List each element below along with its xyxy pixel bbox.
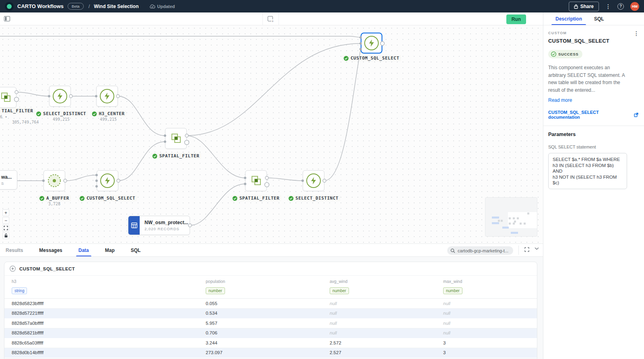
data-panel: CUSTOM_SQL_SELECT h3stringpopulationnumb…	[0, 257, 543, 359]
tab-messages[interactable]: Messages	[39, 244, 62, 256]
table-cell: 3	[436, 340, 537, 345]
tab-sql[interactable]: SQL	[131, 244, 141, 256]
node-h3-center[interactable]	[96, 86, 118, 107]
success-check-icon	[80, 196, 85, 201]
fit-view-button[interactable]	[2, 225, 9, 231]
table-node-records: 2,020 RECORDS	[144, 227, 188, 231]
table-cell: 2.572	[322, 340, 436, 345]
table-cell: null	[322, 330, 436, 335]
tab-description[interactable]: Description	[555, 12, 582, 25]
minimap-viewport[interactable]	[508, 212, 537, 228]
help-icon[interactable]: ?	[617, 3, 624, 10]
more-menu-icon[interactable]: ⋮	[605, 4, 611, 9]
table-row[interactable]: 8828d57221fffff0.534nullnull	[4, 309, 537, 319]
node-spatial-filter-2[interactable]	[245, 170, 267, 191]
node-label: SPATIAL_FILTER	[231, 195, 281, 201]
read-more-link[interactable]: Read more	[548, 97, 572, 103]
table-cell: null	[322, 321, 436, 326]
spatial-filter-icon	[170, 132, 182, 144]
node-count: 305,749,764	[12, 120, 39, 124]
workflow-canvas[interactable]: TIAL_FILTER 6 • 305,749,764 SELECT_DISTI…	[0, 25, 543, 243]
table-row[interactable]: 8828c65a03fffff3.2442.5723	[4, 338, 537, 348]
column-header: avg_windnumber	[322, 279, 436, 294]
node-custom-sql-select-selected[interactable]	[361, 33, 382, 54]
column-header: max_windnumber	[436, 279, 537, 294]
sql-statement-input[interactable]: SELECT $a.* FROM $a WHERE h3 IN (SELECT …	[548, 153, 627, 189]
component-menu-icon[interactable]: ⋮	[634, 30, 639, 37]
details-sidebar: Description SQL CUSTOM ⋮ CUSTOM_SQL_SELE…	[543, 12, 644, 359]
parameters-title: Parameters	[548, 132, 638, 137]
table-cell: 0.706	[198, 330, 322, 335]
table-cell: null	[436, 311, 537, 316]
tab-map[interactable]: Map	[105, 244, 115, 256]
table-cell: 8828d5823bfffff	[4, 301, 198, 306]
toggle-components-panel-icon[interactable]	[4, 16, 10, 21]
data-card: CUSTOM_SQL_SELECT h3stringpopulationnumb…	[4, 262, 537, 359]
node-select-distinct[interactable]	[49, 86, 71, 107]
success-check-icon	[39, 196, 44, 201]
sql-statement-label: SQL SELECT statement	[548, 144, 638, 149]
node-label: SELECT_DISTINCT	[287, 195, 340, 201]
documentation-link[interactable]: CUSTOM_SQL_SELECT documentation	[548, 110, 638, 120]
zoom-out-button[interactable]: −	[2, 217, 9, 224]
expand-section-icon[interactable]	[10, 266, 16, 272]
table-row[interactable]: 8828d5821bfffff0.706nullnull	[4, 328, 537, 338]
lightning-icon	[53, 89, 67, 103]
success-check-icon	[36, 111, 41, 116]
zoom-in-button[interactable]: +	[2, 209, 9, 216]
spatial-filter-icon	[0, 91, 12, 103]
lock-interactivity-button[interactable]	[2, 232, 9, 239]
node-custom-sql-select[interactable]	[97, 170, 118, 191]
node-spatial-filter-cut[interactable]	[0, 87, 17, 108]
buffer-icon	[47, 173, 62, 188]
collapse-panel-chevron-icon[interactable]	[535, 247, 539, 250]
avatar[interactable]: HM	[630, 2, 639, 11]
add-note-icon[interactable]	[268, 16, 273, 21]
table-cell: 273.097	[198, 350, 322, 355]
success-check-icon	[233, 196, 237, 201]
column-type-badge: number	[443, 287, 462, 294]
table-row[interactable]: 8828d0b14bfffff273.0972.5273	[4, 348, 537, 358]
cloud-check-icon	[149, 4, 155, 8]
top-bar: CARTO Workflows Beta / Wind Site Selecti…	[0, 0, 644, 12]
tab-sidebar-sql[interactable]: SQL	[594, 12, 604, 25]
component-category: CUSTOM	[548, 31, 638, 35]
table-node-records: S	[1, 181, 12, 186]
beta-badge: Beta	[68, 3, 84, 10]
tab-data[interactable]: Data	[78, 244, 89, 256]
column-type-badge: number	[206, 287, 225, 294]
component-title: CUSTOM_SQL_SELECT	[548, 38, 638, 44]
table-icon	[128, 216, 140, 235]
table-cell: null	[322, 301, 436, 306]
tab-results[interactable]: Results	[6, 244, 23, 256]
node-label: SELECT_DISTINCT	[35, 111, 88, 117]
node-spatial-filter[interactable]	[165, 128, 187, 149]
table-node-title: wa...	[1, 174, 12, 180]
carto-logo-icon[interactable]	[5, 2, 14, 11]
run-button[interactable]: Run	[506, 14, 526, 24]
table-cell: 2.527	[322, 350, 436, 355]
table-cell: 8828c65a03fffff	[4, 340, 198, 345]
component-description: This component executes an arbitrary SEL…	[548, 64, 627, 94]
minimap[interactable]	[485, 197, 537, 237]
success-check-icon	[153, 154, 157, 159]
lightning-icon	[100, 173, 115, 188]
expand-panel-icon[interactable]	[524, 247, 529, 252]
table-row[interactable]: 8828d57a0bfffff5.957nullnull	[4, 318, 537, 328]
spatial-filter-icon	[250, 175, 262, 187]
node-source-table-cut[interactable]: wa... S	[0, 170, 17, 190]
node-a-buffer[interactable]	[43, 170, 65, 191]
node-label: A_BUFFER	[38, 195, 71, 201]
canvas-controls: + −	[2, 209, 9, 239]
table-cell: 3	[436, 350, 537, 355]
lightning-icon	[306, 173, 321, 188]
table-row[interactable]: 8828d5823bfffff0.055nullnull	[4, 299, 537, 309]
connection-selector[interactable]: cartodb-gcp-marketing-t...	[447, 246, 513, 255]
updated-status: Updated	[149, 4, 175, 9]
share-button[interactable]: Share	[569, 2, 599, 11]
column-type-badge: number	[330, 287, 349, 294]
node-source-table[interactable]: NW_osm_protect... 2,020 RECORDS	[128, 216, 190, 235]
workflow-title[interactable]: Wind Site Selection	[94, 4, 138, 9]
success-check-icon	[344, 56, 349, 61]
node-select-distinct-2[interactable]	[303, 170, 324, 191]
